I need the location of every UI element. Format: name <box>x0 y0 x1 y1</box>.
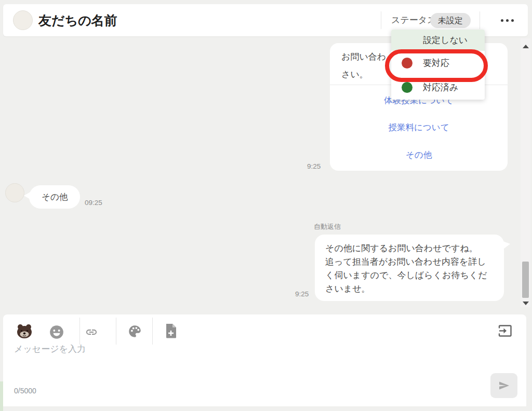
message-composer: メッセージを入力 0/5000 <box>3 314 526 406</box>
friend-name: 友だちの名前 <box>38 4 117 36</box>
more-menu-button[interactable] <box>496 4 518 36</box>
message-input[interactable]: メッセージを入力 <box>14 343 326 355</box>
send-button[interactable] <box>490 373 517 398</box>
no-dot <box>402 35 413 46</box>
status-badge[interactable]: 未設定 <box>430 13 471 28</box>
red-highlight-annotation <box>385 49 488 82</box>
header-divider <box>381 11 381 29</box>
card-link-other[interactable]: その他 <box>330 149 508 161</box>
status-option-unset[interactable]: 設定しない <box>391 30 485 51</box>
timestamp: 9:25 <box>295 290 309 298</box>
emoji-icon[interactable] <box>49 325 64 341</box>
card-link-tuition[interactable]: 授業料について <box>330 122 508 133</box>
status-option-label: 対応済み <box>423 81 458 93</box>
friend-avatar <box>13 10 33 30</box>
line-character-sticker-icon[interactable] <box>16 323 33 341</box>
green-dot-icon <box>402 82 413 93</box>
char-counter: 0/5000 <box>14 387 36 395</box>
toolbar-separator <box>152 318 153 345</box>
auto-reply-label: 自動返信 <box>314 222 341 231</box>
scroll-up-arrow-icon[interactable] <box>523 45 529 48</box>
auto-reply-bubble: その他に関するお問い合わせですね。 追って担当者がお問い合わせ内容を詳し く伺い… <box>315 235 504 301</box>
toolbar-separator <box>79 318 80 345</box>
timestamp: 9:25 <box>307 162 321 170</box>
scrollbar-thumb[interactable] <box>522 262 529 298</box>
chat-window: 友だちの名前 ステータス 未設定 お問い合わ さい。 体験授業について 授業料に… <box>0 0 532 411</box>
user-message-bubble: その他 <box>29 185 80 209</box>
timestamp: 09:25 <box>85 199 102 207</box>
link-icon[interactable] <box>84 326 99 340</box>
chat-scrollbar[interactable] <box>521 38 530 307</box>
status-option-label: 設定しない <box>423 34 468 46</box>
header-divider <box>480 11 480 29</box>
friend-avatar <box>5 183 24 202</box>
card-text-line: さい。 <box>341 68 368 80</box>
open-expanded-view-icon[interactable] <box>496 322 514 339</box>
card-text-line: お問い合わ <box>341 51 386 63</box>
file-add-icon[interactable] <box>165 323 177 340</box>
paper-plane-icon <box>498 379 510 392</box>
toolbar-separator <box>116 318 116 345</box>
palette-icon[interactable] <box>128 324 142 340</box>
scroll-down-arrow-icon[interactable] <box>523 302 529 305</box>
